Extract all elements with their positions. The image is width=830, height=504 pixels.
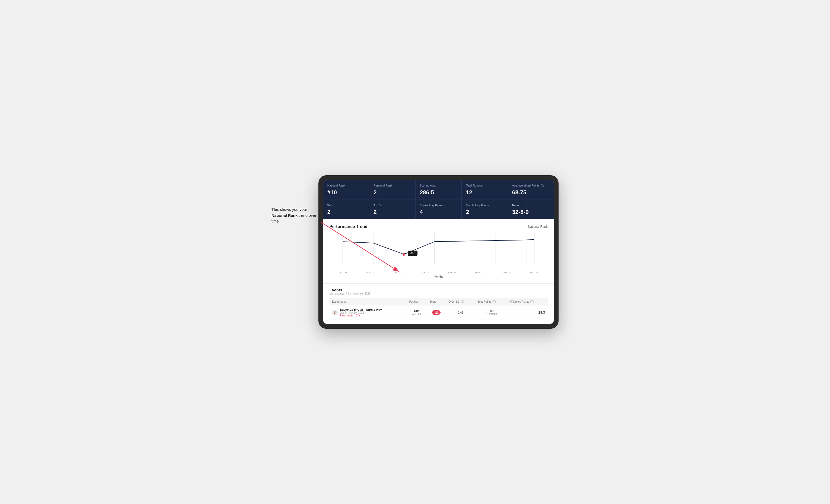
- event-info: Buster Cozy Cup – Stroke Play Oct 9 – Oc…: [340, 308, 382, 317]
- th-total-points: Total Points i: [475, 298, 507, 305]
- td-score: -22: [427, 305, 446, 320]
- stat-avg-weighted-value: 68.75: [512, 189, 550, 196]
- chart-datapoint: [403, 253, 405, 256]
- stat-total-rounds: Total Rounds 12: [462, 180, 508, 199]
- chart-x-title: Months: [329, 275, 548, 278]
- stats-row2: Wins 2 Top 3s 2 Stroke Play Events 4 Mat…: [323, 200, 554, 219]
- tablet-screen: National Rank #10 Regional Rank 2 Scorin…: [323, 180, 554, 324]
- td-event-sg: 0.45: [446, 305, 475, 320]
- performance-title: Performance Trend: [329, 224, 368, 229]
- x-label-nov23: NOV 23: [357, 271, 384, 274]
- performance-label: National Rank: [528, 225, 548, 229]
- stat-stroke-play: Stroke Play Events 4: [416, 200, 461, 219]
- chart-tooltip-text: #10: [410, 251, 415, 255]
- th-weighted-points: Weighted Points i: [507, 298, 548, 305]
- x-label-jan24: JAN 24: [411, 271, 439, 274]
- stat-match-play-label: Match Play Events: [466, 203, 504, 207]
- th-event-sg: Event SG i: [446, 298, 475, 305]
- stat-total-rounds-value: 12: [466, 189, 504, 196]
- stat-avg-weighted-label: Avg. Weighted Points i: [512, 183, 550, 187]
- chart-svg: #10: [329, 233, 548, 270]
- stat-national-rank-value: #10: [327, 189, 365, 196]
- stat-match-play: Match Play Events 2: [462, 200, 508, 219]
- event-rank-impact: Rank Impact: 3 ▼: [340, 314, 382, 317]
- stats-row1: National Rank #10 Regional Rank 2 Scorin…: [323, 180, 554, 199]
- td-weighted-points: 28.3: [507, 305, 548, 320]
- x-label-dec23: DEC 23: [384, 271, 411, 274]
- rounds-sub: 3 Rounds: [478, 312, 505, 315]
- stat-record-label: Record: [512, 203, 550, 207]
- events-section: Events Last updated: 24th November 2023 …: [323, 283, 554, 324]
- stat-record: Record 32-8-0: [508, 200, 554, 219]
- stat-wins-label: Wins: [327, 203, 365, 207]
- th-position: Position: [407, 298, 427, 305]
- stat-avg-weighted: Avg. Weighted Points i 68.75: [508, 180, 554, 199]
- annotation-part1: This shows you your: [272, 207, 307, 211]
- x-label-feb24: FEB 24: [439, 271, 466, 274]
- events-updated: Last updated: 24th November 2023: [329, 292, 548, 295]
- performance-section: Performance Trend National Rank: [323, 219, 554, 283]
- th-score: Score: [427, 298, 446, 305]
- td-event-name-cell: 🏌 Buster Cozy Cup – Stroke Play Oct 9 – …: [329, 305, 407, 320]
- stat-national-rank-label: National Rank: [327, 183, 365, 187]
- table-header-row: Event Name Position Score Event SG i Tot…: [329, 298, 548, 305]
- stat-record-value: 32-8-0: [512, 209, 550, 215]
- events-table: Event Name Position Score Event SG i Tot…: [329, 298, 548, 320]
- chart-x-labels: OCT 23 NOV 23 DEC 23 JAN 24 FEB 24 MAR 2…: [329, 270, 548, 274]
- stat-regional-rank-value: 2: [374, 189, 411, 196]
- stat-national-rank: National Rank #10: [323, 180, 369, 199]
- info-icon-avg-weighted[interactable]: i: [541, 184, 544, 187]
- info-icon-weighted-points[interactable]: i: [530, 300, 534, 303]
- td-total-points: 28.3 3 Rounds: [475, 305, 507, 320]
- event-icon: 🏌: [332, 310, 338, 315]
- stat-top3s-value: 2: [374, 209, 411, 215]
- stat-match-play-value: 2: [466, 209, 504, 215]
- stat-scoring-avg-label: Scoring Avg.: [420, 183, 457, 187]
- performance-header: Performance Trend National Rank: [329, 224, 548, 229]
- position-sub: out of 7: [409, 313, 424, 316]
- score-badge: -22: [432, 310, 441, 315]
- stat-top3s: Top 3s 2: [369, 200, 415, 219]
- stat-regional-rank-label: Regional Rank: [374, 183, 411, 187]
- th-event-name: Event Name: [329, 298, 407, 305]
- stat-stroke-play-label: Stroke Play Events: [420, 203, 457, 207]
- x-label-apr24: APR 24: [493, 271, 520, 274]
- stat-wins: Wins 2: [323, 200, 369, 219]
- annotation-bold: National Rank: [272, 213, 297, 217]
- info-icon-total-points[interactable]: i: [492, 300, 496, 303]
- page-wrapper: This shows you your National Rank trend …: [272, 175, 558, 329]
- events-title: Events: [329, 288, 548, 292]
- x-label-may24: MAY 24: [520, 271, 548, 274]
- stat-stroke-play-value: 4: [420, 209, 457, 215]
- info-icon-event-sg[interactable]: i: [461, 300, 464, 303]
- stat-scoring-avg: Scoring Avg. 286.5: [416, 180, 461, 199]
- event-name: Buster Cozy Cup – Stroke Play: [340, 308, 382, 311]
- chart-container: #10: [329, 233, 548, 270]
- event-date: Oct 9 – Oct 10, 2023: [340, 311, 382, 314]
- x-label-mar24: MAR 24: [466, 271, 493, 274]
- weighted-points-value: 28.3: [539, 310, 545, 314]
- stat-wins-value: 2: [327, 209, 365, 215]
- table-row: 🏌 Buster Cozy Cup – Stroke Play Oct 9 – …: [329, 305, 548, 320]
- stat-regional-rank: Regional Rank 2: [369, 180, 415, 199]
- position-value: 6th: [409, 309, 424, 313]
- tablet-frame: National Rank #10 Regional Rank 2 Scorin…: [318, 175, 558, 329]
- x-label-oct23: OCT 23: [329, 271, 357, 274]
- stat-total-rounds-label: Total Rounds: [466, 183, 504, 187]
- annotation-text: This shows you your National Rank trend …: [272, 207, 324, 224]
- stat-top3s-label: Top 3s: [374, 203, 411, 207]
- stat-scoring-avg-value: 286.5: [420, 189, 457, 196]
- td-position: 6th out of 7: [407, 305, 427, 320]
